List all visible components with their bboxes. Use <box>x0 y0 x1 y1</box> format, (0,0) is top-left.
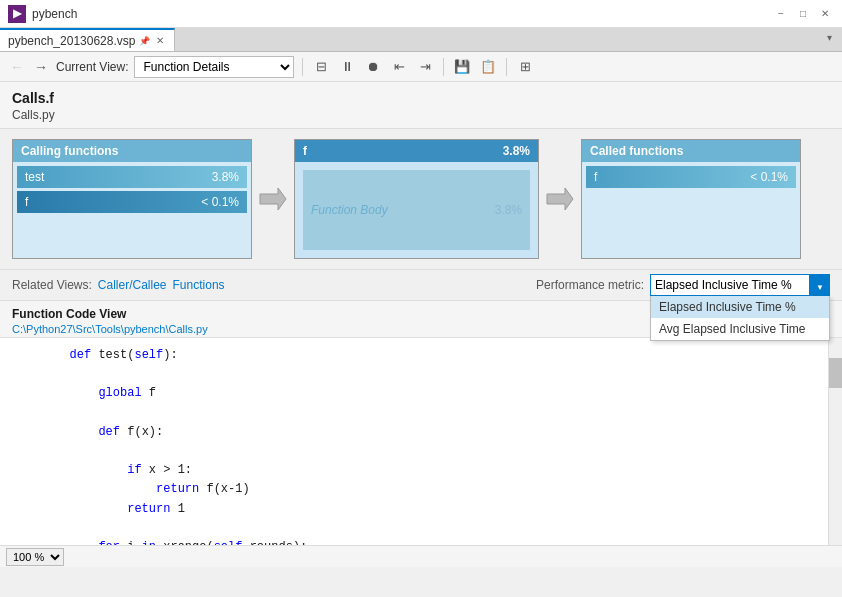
called-item-f-value: < 0.1% <box>750 170 788 184</box>
tab-pin-icon: 📌 <box>139 36 150 46</box>
functions-link[interactable]: Functions <box>173 278 225 292</box>
tab-pybench[interactable]: pybench_20130628.vsp 📌 ✕ <box>0 28 175 51</box>
function-body-box: Function Body 3.8% <box>303 170 530 250</box>
function-body-label: Function Body <box>311 203 388 217</box>
related-bar: Related Views: Caller/Callee Functions P… <box>0 269 842 301</box>
calling-functions-body: test 3.8% f < 0.1% <box>13 162 251 258</box>
scrollbar-thumb[interactable] <box>829 358 842 388</box>
close-button[interactable]: ✕ <box>816 5 834 23</box>
arrow-current-to-called <box>545 184 575 214</box>
called-functions-body: f < 0.1% <box>582 162 800 258</box>
current-function-body: Function Body 3.8% <box>295 162 538 258</box>
caller-callee-link[interactable]: Caller/Callee <box>98 278 167 292</box>
tab-label: pybench_20130628.vsp <box>8 34 135 48</box>
code-body: def test(self): global f def f(x): if x … <box>0 338 842 545</box>
related-views-label: Related Views: <box>12 278 92 292</box>
called-item-f[interactable]: f < 0.1% <box>586 166 796 188</box>
toolbar-sep-3 <box>506 58 507 76</box>
tab-dropdown-button[interactable]: ▾ <box>820 28 838 46</box>
current-view-label: Current View: <box>56 60 128 74</box>
tab-bar: pybench_20130628.vsp 📌 ✕ ▾ <box>0 28 842 52</box>
import-icon[interactable]: ⇤ <box>389 57 409 77</box>
save-as-icon[interactable]: 📋 <box>478 57 498 77</box>
current-function-name: f <box>303 144 307 158</box>
function-body-value: 3.8% <box>495 203 522 217</box>
current-function-header: f 3.8% <box>295 140 538 162</box>
toolbar-sep-2 <box>443 58 444 76</box>
app-title: pybench <box>32 7 77 21</box>
called-item-f-name: f <box>594 170 597 184</box>
toolbar: ← → Current View: Function Details Funct… <box>0 52 842 82</box>
code-content[interactable]: def test(self): global f def f(x): if x … <box>0 338 828 545</box>
dropdown-option-1[interactable]: Avg Elapsed Inclusive Time <box>651 318 829 340</box>
panels-area: Calling functions test 3.8% f < 0.1% f <box>0 129 842 269</box>
save-icon[interactable]: 💾 <box>452 57 472 77</box>
svg-marker-0 <box>260 188 286 210</box>
minimize-button[interactable]: − <box>772 5 790 23</box>
toolbar-sep-1 <box>302 58 303 76</box>
perf-metric-dropdown[interactable]: Elapsed Inclusive Time % ▼ Elapsed Inclu… <box>650 274 830 296</box>
page-subtitle: Calls.py <box>12 108 830 122</box>
arrow-calling-to-current <box>258 184 288 214</box>
dropdown-selected-text: Elapsed Inclusive Time % <box>655 278 792 292</box>
main-content: ← → Current View: Function Details Funct… <box>0 52 842 567</box>
calling-functions-title: Calling functions <box>13 140 251 162</box>
filter-icon[interactable]: ⊟ <box>311 57 331 77</box>
calling-item-f[interactable]: f < 0.1% <box>17 191 247 213</box>
current-function-value: 3.8% <box>503 144 530 158</box>
window-controls: − □ ✕ <box>772 5 834 23</box>
maximize-button[interactable]: □ <box>794 5 812 23</box>
calling-functions-panel: Calling functions test 3.8% f < 0.1% <box>12 139 252 259</box>
columns-icon[interactable]: ⊞ <box>515 57 535 77</box>
current-function-panel: f 3.8% Function Body 3.8% <box>294 139 539 259</box>
dropdown-selected-value[interactable]: Elapsed Inclusive Time % ▼ <box>650 274 830 296</box>
calling-item-test-name: test <box>25 170 44 184</box>
perf-metric-label: Performance metric: <box>536 278 644 292</box>
zoom-bar: 100 % 75 % 150 % <box>0 545 842 567</box>
dropdown-option-0[interactable]: Elapsed Inclusive Time % <box>651 296 829 318</box>
page-title: Calls.f <box>12 90 830 106</box>
calling-item-f-value: < 0.1% <box>201 195 239 209</box>
svg-marker-1 <box>547 188 573 210</box>
title-bar: ▶ pybench − □ ✕ <box>0 0 842 28</box>
vertical-scrollbar[interactable] <box>828 338 842 545</box>
current-view-select[interactable]: Function Details Functions Call Tree Mod… <box>134 56 294 78</box>
tab-close-button[interactable]: ✕ <box>154 35 166 46</box>
zoom-select[interactable]: 100 % 75 % 150 % <box>6 548 64 566</box>
back-button[interactable]: ← <box>8 58 26 76</box>
header-area: Calls.f Calls.py <box>0 82 842 129</box>
calling-item-f-name: f <box>25 195 28 209</box>
called-functions-panel: Called functions f < 0.1% <box>581 139 801 259</box>
called-functions-title: Called functions <box>582 140 800 162</box>
app-icon: ▶ <box>8 5 26 23</box>
export-icon[interactable]: ⇥ <box>415 57 435 77</box>
calling-item-test-value: 3.8% <box>212 170 239 184</box>
forward-button[interactable]: → <box>32 58 50 76</box>
calling-item-test[interactable]: test 3.8% <box>17 166 247 188</box>
dropdown-list: Elapsed Inclusive Time % Avg Elapsed Inc… <box>650 296 830 341</box>
record-icon[interactable]: ⏺ <box>363 57 383 77</box>
dropdown-arrow-icon: ▼ <box>809 275 829 295</box>
pause-icon[interactable]: ⏸ <box>337 57 357 77</box>
